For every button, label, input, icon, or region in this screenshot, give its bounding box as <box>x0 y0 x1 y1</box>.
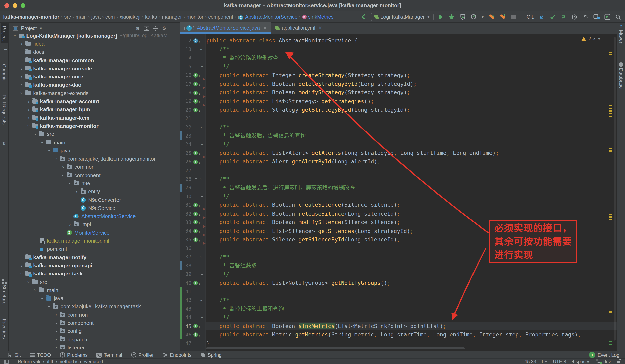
fold-marker-icon[interactable]: › <box>199 125 205 129</box>
code-line[interactable]: 29 * 告警被触发之后，进行屏蔽时，屏蔽策略的增删改查 <box>180 183 617 192</box>
tree-item-main[interactable]: ›main <box>9 286 180 294</box>
tree-chevron-icon[interactable]: › <box>53 345 59 350</box>
tree-chevron-icon[interactable]: › <box>19 263 25 268</box>
tree-chevron-icon[interactable]: › <box>53 329 59 334</box>
warning-stripe-mark[interactable] <box>609 116 612 117</box>
vcs-stripe-mark[interactable] <box>609 344 612 345</box>
fold-marker-icon[interactable]: › <box>199 64 205 69</box>
profiler-chevron-icon[interactable]: ▼ <box>481 15 484 19</box>
line-number[interactable]: 33 <box>180 220 192 225</box>
line-number[interactable]: 46 <box>180 332 192 338</box>
breadcrumb-item[interactable]: src <box>64 14 71 20</box>
tree-item-com-xiaojukeji-kafka-manager-monitor[interactable]: ›com.xiaojukeji.kafka.manager.monitor <box>9 155 180 163</box>
tree-chevron-icon[interactable]: › <box>53 321 59 325</box>
tree-item-kafka-manager-openapi[interactable]: ›kafka-manager-openapi <box>9 262 180 270</box>
line-number[interactable]: 16 <box>180 73 192 78</box>
tree-item-kafka-manager-account[interactable]: ›kafka-manager-account <box>9 97 180 106</box>
overridden-marker-icon[interactable]: O↓ <box>192 38 199 43</box>
implemented-marker-icon[interactable]: I↓ <box>192 82 199 86</box>
vcs-push-icon[interactable] <box>560 13 567 20</box>
line-number[interactable]: 44 <box>180 315 192 320</box>
toolwindow-todo[interactable]: TODO <box>30 352 51 358</box>
vcs-changes-icon[interactable] <box>593 13 600 20</box>
tool-stripe-pull-requests[interactable]: Pull Requests <box>1 95 7 124</box>
fold-marker-icon[interactable]: › <box>199 272 205 276</box>
tree-item-java[interactable]: ›java <box>9 294 180 303</box>
code-line[interactable]: 42› /** <box>180 296 617 304</box>
code-line[interactable]: 15› */ <box>180 62 617 71</box>
implemented-marker-icon[interactable]: I↓ <box>192 108 199 112</box>
profiler-button[interactable] <box>470 13 477 20</box>
indent-setting[interactable]: 4 spaces <box>572 359 591 364</box>
tree-item-common[interactable]: ›common <box>9 311 180 319</box>
code-line[interactable]: 25I↓ public abstract List<Alert> getAler… <box>180 149 617 157</box>
implemented-marker-icon[interactable]: I↓ <box>192 229 199 233</box>
code-line[interactable]: 20I↓ public abstract Strategy getStrateg… <box>180 106 617 114</box>
tree-item-dispatch[interactable]: ›dispatch <box>9 335 180 344</box>
line-number[interactable]: 22 <box>180 124 192 130</box>
tree-item-kafka-manager-extends[interactable]: ›kafka-manager-extends <box>9 89 180 97</box>
tree-item-kafka-manager-task[interactable]: ›kafka-manager-task <box>9 270 180 278</box>
implemented-marker-icon[interactable]: I↓ <box>192 99 199 104</box>
warning-stripe-mark[interactable] <box>609 54 612 55</box>
coverage-button[interactable] <box>459 13 466 20</box>
tree-chevron-icon[interactable]: › <box>54 156 59 162</box>
toolwindow-toggle-icon[interactable] <box>4 359 9 364</box>
line-number[interactable]: 43 <box>180 306 192 312</box>
code-line[interactable]: 30› */ <box>180 192 617 201</box>
tree-chevron-icon[interactable]: › <box>19 271 24 277</box>
project-panel-title[interactable]: Project <box>21 26 37 31</box>
tab-application-yml[interactable]: application.yml ✕ <box>271 22 326 33</box>
line-number[interactable]: 14 <box>180 55 192 61</box>
tab-abstractmonitorservice[interactable]: (C) AbstractMonitorService.java ✕ <box>180 22 271 33</box>
line-number[interactable]: 24 <box>180 142 192 148</box>
code-line[interactable]: 46I↓ public abstract Metric getMetrics(S… <box>180 331 617 339</box>
horizontal-scrollbar[interactable] <box>206 347 465 349</box>
tree-item-kafka-manager-console[interactable]: ›kafka-manager-console <box>9 64 180 73</box>
tree-chevron-icon[interactable]: › <box>40 140 45 145</box>
line-number[interactable]: 12 <box>180 38 192 43</box>
tree-chevron-icon[interactable]: › <box>19 83 25 87</box>
toolwindow-git[interactable]: Git <box>7 352 21 358</box>
line-number[interactable]: 34 <box>180 228 192 234</box>
tree-item-pom-xml[interactable]: mpom.xml <box>9 245 180 253</box>
code-line[interactable]: 17I↓ public abstract Boolean deleteStrat… <box>180 80 617 88</box>
tree-item-common[interactable]: ›common <box>9 163 180 171</box>
run-configuration-select[interactable]: Logi-KafkaManager ▼ <box>371 12 434 21</box>
implemented-marker-icon[interactable]: I↓ <box>192 212 199 216</box>
line-number[interactable]: 29 <box>180 185 192 191</box>
tool-stripe-structure[interactable]: Structure <box>1 285 7 304</box>
line-number[interactable]: 41 <box>180 289 192 294</box>
warning-stripe-mark[interactable] <box>609 219 612 220</box>
tree-item-kafka-manager-monitor-iml[interactable]: kafka-manager-monitor.iml <box>9 237 180 245</box>
tree-chevron-icon[interactable]: › <box>19 50 25 54</box>
code-line[interactable]: 13› /** <box>180 45 617 54</box>
line-number[interactable]: 37 <box>180 254 192 260</box>
tree-item-kafka-manager-notify[interactable]: ›kafka-manager-notify <box>9 253 180 262</box>
lock-icon[interactable] <box>617 359 621 364</box>
tree-item-java[interactable]: ›java <box>9 146 180 155</box>
tree-chevron-icon[interactable]: › <box>67 222 73 227</box>
code-line[interactable]: 45I↓ public abstract Boolean sinkMetrics… <box>180 322 617 331</box>
line-number[interactable]: 27 <box>180 168 192 173</box>
breadcrumb-item[interactable]: manager <box>162 14 182 20</box>
implemented-marker-icon[interactable]: I↓ <box>192 73 199 78</box>
tree-chevron-icon[interactable]: › <box>19 58 25 63</box>
code-line[interactable]: 32I↓ public abstract Boolean releaseSile… <box>180 210 617 218</box>
line-number[interactable]: 18 <box>180 90 192 95</box>
warning-stripe-mark[interactable] <box>609 148 612 149</box>
tree-item-n9eservice[interactable]: CN9eService <box>9 204 180 212</box>
vcs-update-icon[interactable] <box>538 13 545 20</box>
implemented-marker-icon[interactable]: I↓ <box>192 91 199 95</box>
code-line[interactable]: 16I↓ public abstract Integer createStrat… <box>180 71 617 80</box>
vcs-history-icon[interactable] <box>571 13 578 20</box>
tree-item-kafka-manager-core[interactable]: ›kafka-manager-core <box>9 73 180 81</box>
line-number[interactable]: 38 <box>180 263 192 269</box>
nav-back-icon[interactable] <box>360 13 367 20</box>
vcs-stripe-mark[interactable] <box>609 341 612 342</box>
tool-stripe-commit[interactable]: Commit <box>1 64 7 81</box>
breadcrumb-item[interactable]: kafka <box>145 14 157 20</box>
tree-item--idea[interactable]: ›.idea <box>9 40 180 48</box>
fold-marker-icon[interactable]: › <box>199 194 205 199</box>
fold-marker-icon[interactable]: › <box>199 177 205 182</box>
